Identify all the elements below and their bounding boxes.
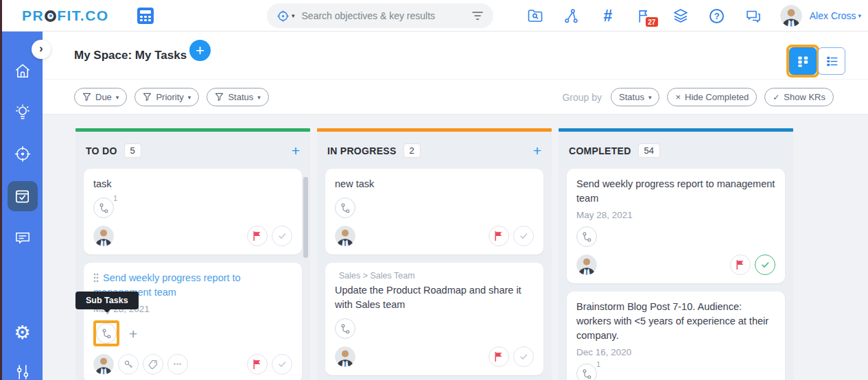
task-card[interactable]: Send weekly progress report to managemen… [84, 263, 302, 380]
funnel-icon [143, 93, 152, 102]
hide-completed-toggle[interactable]: × Hide Completed [667, 88, 757, 106]
add-task-button[interactable]: + [189, 40, 211, 61]
drag-handle-icon[interactable] [93, 273, 99, 283]
complete-button[interactable] [272, 226, 292, 246]
chat-icon[interactable] [745, 8, 762, 24]
logo-text-post: FIT.CO [57, 8, 109, 24]
calculator-icon[interactable] [137, 7, 154, 25]
task-card[interactable]: new task [325, 169, 543, 254]
flag-button[interactable] [247, 226, 268, 246]
list-view-button[interactable] [818, 47, 845, 75]
task-title[interactable]: new task [335, 177, 534, 191]
subtask-icon [580, 230, 594, 244]
header-icon-group: # 27 ? Alex Cro [527, 0, 861, 32]
task-card[interactable]: Brainstorm Blog Post 7-10. Audience: wor… [567, 292, 785, 380]
sidebar-item-ideas[interactable] [13, 104, 32, 122]
sidebar-collapse-button[interactable]: › [32, 40, 51, 59]
folder-search-icon[interactable] [527, 8, 543, 24]
subtasks-button[interactable] [335, 318, 355, 339]
subtask-icon [580, 368, 594, 380]
subtasks-button[interactable] [576, 226, 597, 247]
tag-button[interactable] [143, 354, 163, 375]
filter-priority[interactable]: Priority ▾ [134, 88, 199, 106]
alignment-hierarchy-icon[interactable] [563, 8, 580, 24]
user-menu-caret-icon: ▾ [858, 12, 861, 19]
subtasks-button[interactable] [96, 323, 117, 344]
annotation-highlight-kanban [786, 45, 819, 78]
search-target-icon[interactable] [277, 10, 290, 23]
complete-button[interactable] [513, 226, 534, 246]
help-icon[interactable]: ? [709, 8, 725, 24]
global-search[interactable]: ▾ [267, 3, 493, 28]
show-krs-toggle[interactable]: ✓ Show KRs [764, 88, 834, 106]
task-title[interactable]: task [93, 177, 292, 191]
subtasks-tooltip: Sub Tasks [75, 292, 139, 309]
profit-co-logo[interactable]: PRFIT.CO [22, 8, 109, 24]
group-by-select[interactable]: Status ▾ [611, 88, 659, 106]
subtasks-button[interactable]: 1 [576, 364, 597, 380]
flag-icon [493, 230, 504, 241]
subtasks-button[interactable] [335, 198, 355, 218]
more-options-button[interactable]: ••• [167, 354, 188, 375]
filter-status[interactable]: Status ▾ [207, 88, 268, 106]
column-inprogress-add-button[interactable]: + [533, 143, 541, 158]
completed-button[interactable] [755, 254, 775, 275]
filter-due[interactable]: Due ▾ [74, 88, 127, 106]
sidebar-item-integrations[interactable] [13, 363, 32, 380]
filter-status-label: Status [228, 92, 253, 102]
chevron-right-icon: › [39, 43, 43, 54]
task-card[interactable]: Send weekly progress report to managemen… [567, 169, 785, 283]
tag-icon [148, 359, 159, 370]
task-card[interactable]: task 1 [84, 169, 302, 254]
column-scrollbar[interactable] [303, 177, 308, 258]
complete-button[interactable] [272, 354, 292, 375]
group-by-label: Group by [562, 92, 602, 103]
column-todo-name: TO DO [86, 145, 117, 156]
top-header: PRFIT.CO ▾ [2, 0, 868, 32]
flag-button[interactable] [730, 254, 751, 275]
user-menu[interactable]: Alex Cross ▾ [810, 10, 861, 21]
sidebar-item-settings[interactable]: ⚙ [13, 323, 32, 342]
task-title[interactable]: Update the Product Roadmap and share it … [335, 283, 534, 312]
assignee-avatar[interactable] [335, 226, 355, 246]
subtask-icon [97, 202, 110, 215]
flag-button[interactable] [489, 226, 509, 246]
hashtag-icon[interactable]: # [600, 8, 616, 24]
assignee-avatar[interactable] [335, 346, 355, 367]
filter-pills: Due ▾ Priority ▾ Status ▾ [74, 88, 269, 106]
task-completed-date: May 28, 2021 [576, 210, 775, 220]
caret-down-icon: ▾ [188, 94, 191, 101]
task-title[interactable]: Send weekly progress report to managemen… [576, 177, 775, 206]
column-inprogress-name: IN PROGRESS [327, 145, 397, 156]
assignee-avatar[interactable] [93, 354, 114, 375]
search-input[interactable] [302, 10, 471, 21]
search-scope-caret-icon[interactable]: ▾ [292, 12, 295, 19]
add-subtask-button[interactable]: + [129, 326, 137, 341]
search-filter-icon[interactable] [471, 11, 484, 21]
flag-icon [735, 259, 746, 270]
subtasks-button[interactable]: 1 [93, 198, 114, 218]
kanban-view-button[interactable] [789, 47, 817, 75]
assignee-avatar[interactable] [93, 226, 114, 246]
flag-notifications-icon[interactable]: 27 [636, 8, 653, 24]
key-result-button[interactable] [118, 354, 139, 375]
check-icon: ✓ [773, 93, 779, 102]
assignee-avatar[interactable] [576, 254, 597, 275]
filter-priority-label: Priority [156, 92, 183, 102]
column-todo-add-button[interactable]: + [292, 143, 300, 158]
sidebar-item-okrs[interactable] [13, 145, 32, 163]
flag-button[interactable] [489, 346, 509, 367]
plus-icon: + [196, 42, 204, 59]
sidebar-item-feedback[interactable] [13, 228, 32, 247]
task-breadcrumb: Sales > Sales Team [335, 271, 534, 281]
task-card[interactable]: Sales > Sales Team Update the Product Ro… [325, 263, 543, 375]
layers-icon[interactable] [672, 8, 689, 24]
sidebar-item-home[interactable] [13, 62, 32, 80]
task-title[interactable]: Brainstorm Blog Post 7-10. Audience: wor… [576, 300, 775, 343]
complete-button[interactable] [513, 346, 534, 367]
sidebar-item-tasks-active[interactable] [8, 181, 38, 211]
user-avatar[interactable] [780, 5, 802, 27]
column-inprogress-count: 2 [403, 143, 421, 158]
subtask-count: 1 [596, 360, 600, 368]
flag-button[interactable] [247, 354, 268, 375]
